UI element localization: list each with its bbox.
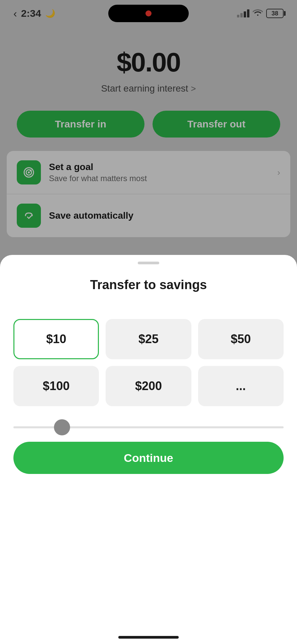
slider-track [13,426,284,428]
amount-50-button[interactable]: $50 [198,319,284,359]
amount-custom-label: ... [236,379,246,393]
amount-slider[interactable] [0,426,297,428]
amount-grid: $10 $25 $50 $100 $200 ... [0,319,297,406]
amount-200-label: $200 [135,379,162,393]
sheet-handle [138,262,159,264]
amount-10-label: $10 [46,332,66,346]
continue-button[interactable]: Continue [13,442,284,474]
slider-thumb[interactable] [54,419,70,435]
amount-25-button[interactable]: $25 [106,319,191,359]
amount-100-label: $100 [43,379,70,393]
amount-25-label: $25 [138,332,159,346]
amount-10-button[interactable]: $10 [13,319,99,359]
amount-custom-button[interactable]: ... [198,366,284,406]
amount-50-label: $50 [231,332,251,346]
amount-200-button[interactable]: $200 [106,366,191,406]
amount-100-button[interactable]: $100 [13,366,99,406]
home-indicator [118,636,179,639]
bottom-sheet: Transfer to savings $10 $25 $50 $100 $20… [0,255,297,644]
sheet-title: Transfer to savings [90,278,207,292]
continue-label: Continue [124,451,173,465]
